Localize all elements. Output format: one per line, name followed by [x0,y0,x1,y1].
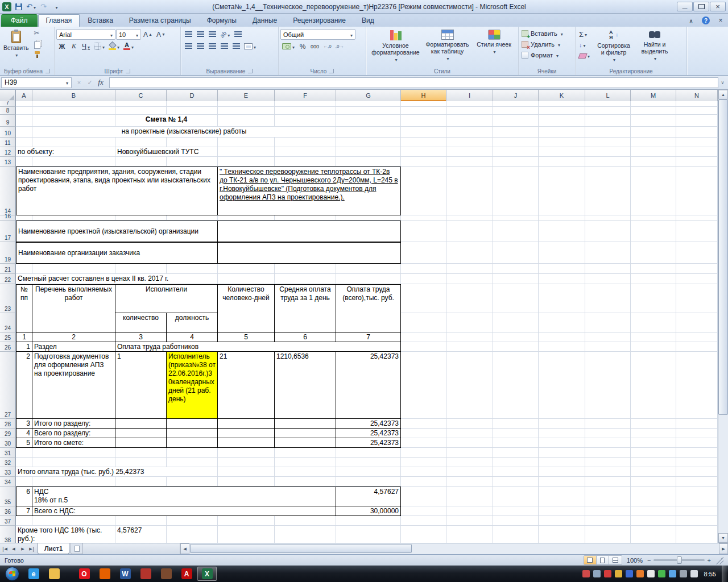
ribbon-tab[interactable]: Данные [245,14,285,27]
page-layout-view-button[interactable] [597,556,609,564]
cell-G30[interactable]: 25,42373 [336,438,401,448]
cell-E19[interactable] [218,242,401,264]
column-header-B[interactable]: B [32,90,115,101]
row-header-34[interactable]: 34 [0,477,16,487]
cell-A28[interactable]: 3 [16,419,32,429]
device-tray-icon[interactable] [593,570,601,577]
power-tray-icon[interactable] [658,570,665,577]
cell-A23[interactable]: № пп [16,284,32,332]
dialog-launcher-icon[interactable] [126,69,130,73]
taskbar-clock[interactable]: 8:55 [704,571,716,577]
shield-tray-icon[interactable] [626,570,633,577]
ribbon-tab[interactable]: Формулы [199,14,245,27]
dialog-launcher-icon[interactable] [46,69,50,73]
find-select-button[interactable]: Найти и выделить [636,28,673,67]
row-header-26[interactable]: 26 [0,342,16,352]
cell-G36[interactable]: 30,00000 [336,506,401,516]
row-header-7[interactable]: 7 [0,101,16,107]
clear-button[interactable] [577,51,592,61]
insert-sheet-tab[interactable] [71,543,83,554]
align-bottom-button[interactable] [206,29,218,40]
comma-style-button[interactable]: 000 [309,41,321,52]
cell-B29[interactable]: Всего по разделу: [32,429,115,438]
cell-F27[interactable]: 1210,6536 [275,352,336,419]
minimize-button[interactable] [677,2,693,11]
acrobat-taskbar-button[interactable]: A [177,567,196,581]
scroll-down-button[interactable] [718,533,728,543]
autosum-button[interactable] [577,29,592,39]
firefox-taskbar-button[interactable] [95,567,114,581]
name-box[interactable]: H39 [1,77,72,88]
qat-dropdown-button[interactable] [51,2,61,12]
cell-C30[interactable] [115,438,167,448]
cell-C12[interactable]: Новокуйбышевский ТУТС [115,147,217,156]
language-tray-icon[interactable] [582,570,590,577]
decrease-indent-button[interactable] [218,41,230,52]
ribbon-tab[interactable]: Разметка страницы [121,14,199,27]
row-header-16[interactable]: 16 [0,215,16,221]
cell-C25[interactable]: 3 [115,332,167,342]
redo-button[interactable] [38,2,49,12]
cell-B25[interactable]: 2 [32,332,115,342]
cell-C29[interactable] [115,429,167,438]
cell-styles-button[interactable]: Стили ячеек [474,28,514,67]
ribbon-tab[interactable]: Рецензирование [285,14,354,27]
cell-A29[interactable]: 4 [16,429,32,438]
app-brown-taskbar-button[interactable] [156,567,176,581]
format-painter-button[interactable] [32,49,44,60]
insert-function-button[interactable]: fx [96,78,105,88]
cell-G27[interactable]: 25,42373 [336,352,401,419]
column-header-I[interactable]: I [446,90,493,101]
row-header-33[interactable]: 33 [0,467,16,477]
cell-B26[interactable]: Раздел [32,342,115,352]
grid[interactable]: 7891011121314161719212223242526272829303… [0,101,718,543]
cell-G35[interactable]: 4,57627 [336,487,401,506]
maximize-button[interactable] [693,2,709,11]
fill-color-button[interactable] [107,41,121,52]
java-tray-icon[interactable] [636,570,644,577]
column-header-N[interactable]: N [676,90,718,101]
cell-A22[interactable]: Сметный расчет составлен в ценах II кв. … [16,274,217,284]
increase-decimal-button[interactable] [321,41,333,52]
font-size-select[interactable]: 10 [116,29,141,40]
cell-B10[interactable]: на проектные (изыскательские) работы [32,127,336,137]
formula-input[interactable] [109,77,718,88]
ribbon-tab[interactable]: Файл [1,14,38,27]
next-sheet-button[interactable] [18,543,27,554]
cell-A12[interactable]: по объекту: [16,147,115,156]
cell-B35[interactable]: НДС 18% от п.5 [32,487,336,506]
row-header-30[interactable]: 30 [0,438,16,448]
app-red-taskbar-button[interactable] [136,567,155,581]
decrease-decimal-button[interactable] [334,41,346,52]
workbook-close-button[interactable] [714,16,727,25]
sort-filter-button[interactable]: Сортировка и фильтр [593,28,634,67]
prev-sheet-button[interactable] [9,543,18,554]
cell-A25[interactable]: 1 [16,332,32,342]
ribbon-tab[interactable]: Вставка [80,14,121,27]
row-header-19[interactable]: 19 [0,242,16,264]
enter-entry-button[interactable] [85,78,94,88]
cell-A38[interactable]: Кроме того НДС 18% (тыс. руб.): [16,526,115,543]
cell-G25[interactable]: 7 [336,332,401,342]
cell-E30[interactable] [218,438,275,448]
font-color-button[interactable]: А [122,41,135,52]
cancel-entry-button[interactable] [75,78,84,88]
accounting-format-button[interactable] [280,41,296,52]
cell-C27[interactable]: 1 [115,352,167,419]
cell-C26[interactable]: Оплата труда работников [115,342,401,352]
row-header-8[interactable]: 8 [0,107,16,115]
cell-A36[interactable]: 7 [16,506,32,516]
cell-D29[interactable] [167,429,218,438]
italic-button[interactable]: К [68,41,80,52]
row-header-38[interactable]: 38 [0,526,16,543]
row-header-32[interactable]: 32 [0,458,16,467]
row-header-27[interactable]: 27 [0,352,16,419]
cell-A26[interactable]: 1 [16,342,32,352]
cell-E27[interactable]: 21 [218,352,275,419]
fill-button[interactable] [577,40,592,50]
cell-D25[interactable]: 4 [167,332,218,342]
ribbon-tab[interactable]: Главная [38,14,80,27]
align-top-button[interactable] [183,29,194,40]
cell-A35[interactable]: 6 [16,487,32,506]
cell-B30[interactable]: Итого по смете: [32,438,115,448]
